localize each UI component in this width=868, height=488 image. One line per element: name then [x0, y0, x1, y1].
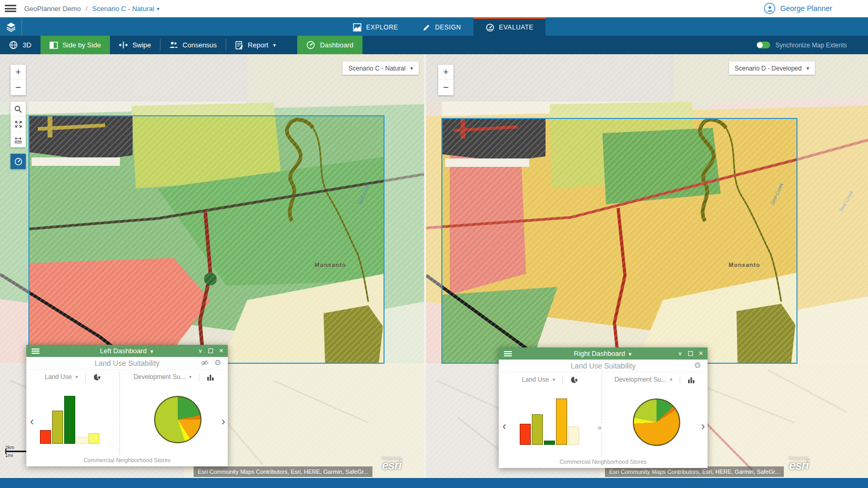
dashboard-gauge-icon [306, 41, 315, 49]
right-scenario-value: Scenario D - Developed [735, 65, 802, 72]
panel-maximize-icon[interactable] [208, 348, 213, 353]
left-panel-title[interactable]: Left Dashboard▼ [26, 347, 228, 355]
panel-collapse-icon[interactable]: ∨ [198, 348, 203, 354]
left-map-tool-group [11, 102, 26, 147]
user-avatar-icon [764, 3, 775, 14]
evaluate-gauge-icon [486, 23, 494, 32]
explore-icon [353, 23, 361, 32]
right-panel-titlebar[interactable]: Right Dashboard▼ ∨ ✕ [499, 347, 708, 360]
chevron-down-icon[interactable]: ▾ [670, 377, 673, 382]
right-widget-header: Land Use Suitability ⚙ [499, 360, 708, 372]
bar-chart-type-icon[interactable] [688, 376, 695, 383]
chevron-down-icon[interactable]: ▾ [189, 374, 192, 380]
bar-chart-type-icon[interactable] [207, 374, 214, 381]
dashboard-button[interactable]: Dashboard [297, 36, 362, 54]
carousel-next-icon[interactable]: › [221, 416, 225, 427]
panel-close-icon[interactable]: ✕ [219, 348, 224, 354]
scalebar-km-label: 2km [5, 445, 14, 450]
chevron-down-icon[interactable]: ▾ [75, 374, 78, 380]
left-land-use-section: Land Use ▾ [26, 370, 119, 457]
carousel-prev-icon[interactable]: ‹ [30, 416, 34, 427]
swipe-button[interactable]: Swipe [110, 36, 160, 54]
dashboard-label: Dashboard [320, 41, 354, 49]
full-extent-button[interactable] [11, 117, 26, 132]
right-development-pie-chart[interactable] [633, 399, 680, 446]
left-development-pie-chart[interactable] [154, 396, 201, 443]
panel-close-icon[interactable]: ✕ [699, 351, 703, 356]
side-by-side-button[interactable]: Side by Side [41, 36, 110, 54]
tab-evaluate[interactable]: EVALUATE [473, 17, 546, 36]
development-selector[interactable]: Development Su... [614, 376, 667, 383]
breadcrumb-caret-icon[interactable]: ▾ [157, 6, 159, 12]
land-use-selector[interactable]: Land Use [522, 376, 549, 383]
carousel-next-icon[interactable]: › [701, 421, 705, 432]
measure-button[interactable] [11, 132, 26, 147]
left-map[interactable]: Monsanto Seal Creek + − [0, 54, 424, 478]
pie-chart-type-icon[interactable] [570, 376, 578, 384]
right-development-section: Development Su... ▾ [602, 372, 708, 459]
breadcrumb-scenario-link[interactable]: Scenario C - Natural [92, 5, 154, 13]
right-scenario-selector[interactable]: Scenario D - Developed ▾ [729, 62, 815, 75]
left-panel-titlebar[interactable]: Left Dashboard▼ ∨ ✕ [26, 345, 228, 357]
maps-container: Monsanto Seal Creek + − [0, 54, 868, 478]
search-button[interactable] [11, 102, 26, 117]
map-dashboard-button[interactable] [11, 154, 26, 169]
panel-collapse-icon[interactable]: ∨ [678, 351, 682, 356]
zoom-in-button[interactable]: + [11, 65, 26, 80]
user-menu[interactable]: George Planner [764, 3, 832, 14]
consensus-button[interactable]: Consensus [160, 36, 226, 54]
chevron-down-icon[interactable]: ▾ [552, 377, 555, 382]
left-scenario-selector[interactable]: Scenario C - Natural ▾ [342, 62, 419, 75]
left-land-use-bar-chart[interactable] [40, 394, 99, 444]
bottom-footer-bar [0, 478, 868, 488]
visibility-eye-icon[interactable] [200, 359, 209, 369]
sync-extents-control: Synchronize Map Extents [756, 36, 847, 54]
side-by-side-icon [49, 42, 58, 49]
development-selector[interactable]: Development Su... [134, 373, 186, 381]
land-use-selector[interactable]: Land Use [45, 373, 72, 381]
right-land-use-bar-chart[interactable] [520, 395, 579, 445]
measure-icon [14, 136, 22, 144]
gear-icon[interactable]: ⚙ [694, 361, 701, 370]
zoom-out-button[interactable]: − [11, 80, 26, 95]
report-icon [235, 41, 243, 49]
left-zoom-control: + − [11, 65, 26, 95]
right-land-use-section: Land Use ▾ [499, 372, 601, 459]
left-scenario-value: Scenario C - Natural [348, 65, 406, 72]
people-icon [169, 41, 178, 49]
panel-maximize-icon[interactable] [688, 351, 693, 356]
right-widget-title: Land Use Suitability [499, 362, 708, 370]
side-by-side-label: Side by Side [63, 41, 101, 49]
search-icon [14, 105, 22, 113]
left-dashboard-tool [11, 154, 26, 169]
layers-button[interactable] [0, 17, 22, 36]
pie-chart-type-icon[interactable] [93, 373, 101, 381]
right-dashboard-panel: Right Dashboard▼ ∨ ✕ Land Use Suitabilit… [499, 347, 708, 468]
right-panel-title[interactable]: Right Dashboard▼ [499, 350, 708, 357]
zoom-out-button[interactable]: − [438, 80, 453, 95]
tab-explore-label: EXPLORE [366, 24, 398, 31]
evaluate-toolbar: 3D Side by Side Swipe Consensus Report ▾… [0, 36, 868, 54]
globe-icon [9, 41, 18, 49]
menu-hamburger-icon[interactable] [5, 5, 16, 12]
carousel-prev-icon[interactable]: ‹ [502, 421, 506, 432]
left-widget-header: Land Use Suitability ⚙ [26, 357, 228, 370]
caret-down-icon: ▼ [149, 349, 154, 354]
sync-extents-toggle[interactable] [756, 42, 770, 48]
zoom-in-button[interactable]: + [438, 65, 453, 80]
tab-design[interactable]: DESIGN [410, 17, 473, 36]
right-map[interactable]: Monsanto Seal Creek Seal Creek + − Scena… [426, 54, 868, 478]
left-esri-logo: Powered by esri [382, 456, 401, 472]
gear-icon[interactable]: ⚙ [215, 358, 221, 367]
tab-explore[interactable]: EXPLORE [341, 17, 410, 36]
report-button[interactable]: Report ▾ [226, 36, 285, 54]
3d-button[interactable]: 3D [0, 36, 41, 54]
user-name: George Planner [780, 4, 832, 13]
right-map-attribution: Esri Community Maps Contributors, Esri, … [605, 466, 784, 477]
scalebar-mi-label: 1mi [5, 453, 13, 458]
breadcrumb: GeoPlanner Demo / Scenario C - Natural ▾ [24, 5, 159, 13]
chevron-down-icon: ▾ [410, 65, 413, 71]
breadcrumb-separator: / [86, 5, 88, 13]
3d-label: 3D [23, 41, 32, 49]
left-dashboard-panel: Left Dashboard▼ ∨ ✕ Land Use Suitability… [26, 345, 228, 466]
